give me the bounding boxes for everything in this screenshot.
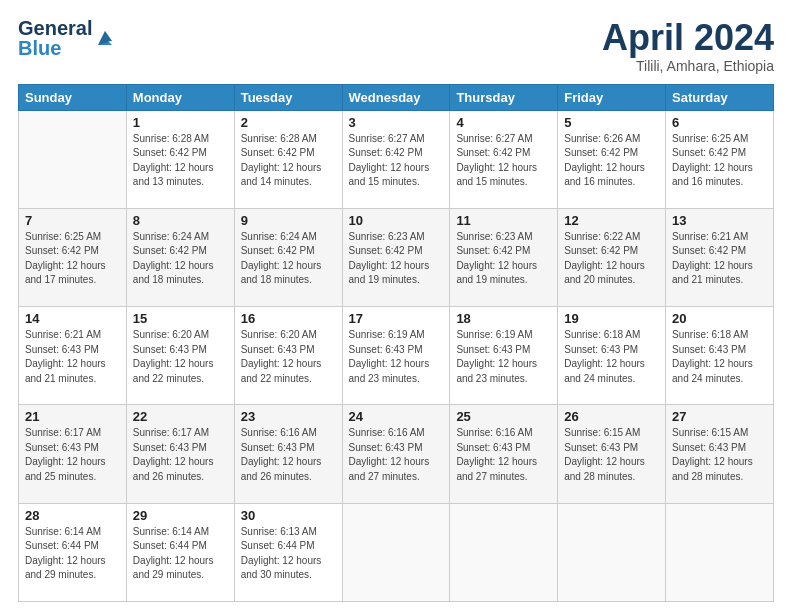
calendar-day-cell: 22Sunrise: 6:17 AM Sunset: 6:43 PM Dayli… (126, 405, 234, 503)
day-info: Sunrise: 6:24 AM Sunset: 6:42 PM Dayligh… (133, 230, 228, 288)
day-info: Sunrise: 6:19 AM Sunset: 6:43 PM Dayligh… (456, 328, 551, 386)
calendar-day-cell (666, 503, 774, 601)
title-area: April 2024 Tilili, Amhara, Ethiopia (602, 18, 774, 74)
day-number: 24 (349, 409, 444, 424)
day-info: Sunrise: 6:28 AM Sunset: 6:42 PM Dayligh… (133, 132, 228, 190)
day-number: 21 (25, 409, 120, 424)
day-number: 5 (564, 115, 659, 130)
weekday-header: Saturday (666, 84, 774, 110)
calendar-day-cell: 15Sunrise: 6:20 AM Sunset: 6:43 PM Dayli… (126, 307, 234, 405)
day-number: 2 (241, 115, 336, 130)
logo: General Blue (18, 18, 116, 58)
day-number: 3 (349, 115, 444, 130)
day-number: 22 (133, 409, 228, 424)
calendar-week-row: 14Sunrise: 6:21 AM Sunset: 6:43 PM Dayli… (19, 307, 774, 405)
day-number: 9 (241, 213, 336, 228)
day-info: Sunrise: 6:14 AM Sunset: 6:44 PM Dayligh… (25, 525, 120, 583)
day-number: 12 (564, 213, 659, 228)
calendar-day-cell: 17Sunrise: 6:19 AM Sunset: 6:43 PM Dayli… (342, 307, 450, 405)
calendar-day-cell: 10Sunrise: 6:23 AM Sunset: 6:42 PM Dayli… (342, 208, 450, 306)
day-number: 10 (349, 213, 444, 228)
calendar-day-cell: 29Sunrise: 6:14 AM Sunset: 6:44 PM Dayli… (126, 503, 234, 601)
calendar-day-cell: 12Sunrise: 6:22 AM Sunset: 6:42 PM Dayli… (558, 208, 666, 306)
calendar-table: SundayMondayTuesdayWednesdayThursdayFrid… (18, 84, 774, 602)
calendar-day-cell: 5Sunrise: 6:26 AM Sunset: 6:42 PM Daylig… (558, 110, 666, 208)
day-info: Sunrise: 6:21 AM Sunset: 6:42 PM Dayligh… (672, 230, 767, 288)
weekday-header: Tuesday (234, 84, 342, 110)
calendar-day-cell: 18Sunrise: 6:19 AM Sunset: 6:43 PM Dayli… (450, 307, 558, 405)
calendar-day-cell: 30Sunrise: 6:13 AM Sunset: 6:44 PM Dayli… (234, 503, 342, 601)
calendar-day-cell (19, 110, 127, 208)
day-number: 7 (25, 213, 120, 228)
calendar-day-cell: 2Sunrise: 6:28 AM Sunset: 6:42 PM Daylig… (234, 110, 342, 208)
weekday-header: Friday (558, 84, 666, 110)
day-number: 6 (672, 115, 767, 130)
day-info: Sunrise: 6:17 AM Sunset: 6:43 PM Dayligh… (133, 426, 228, 484)
day-info: Sunrise: 6:17 AM Sunset: 6:43 PM Dayligh… (25, 426, 120, 484)
day-number: 19 (564, 311, 659, 326)
calendar-header-row: SundayMondayTuesdayWednesdayThursdayFrid… (19, 84, 774, 110)
day-number: 4 (456, 115, 551, 130)
calendar-day-cell (450, 503, 558, 601)
day-number: 27 (672, 409, 767, 424)
calendar-day-cell: 21Sunrise: 6:17 AM Sunset: 6:43 PM Dayli… (19, 405, 127, 503)
day-info: Sunrise: 6:28 AM Sunset: 6:42 PM Dayligh… (241, 132, 336, 190)
day-info: Sunrise: 6:25 AM Sunset: 6:42 PM Dayligh… (672, 132, 767, 190)
day-number: 8 (133, 213, 228, 228)
day-info: Sunrise: 6:23 AM Sunset: 6:42 PM Dayligh… (456, 230, 551, 288)
day-number: 29 (133, 508, 228, 523)
calendar-day-cell: 13Sunrise: 6:21 AM Sunset: 6:42 PM Dayli… (666, 208, 774, 306)
day-info: Sunrise: 6:18 AM Sunset: 6:43 PM Dayligh… (672, 328, 767, 386)
month-title: April 2024 (602, 18, 774, 58)
weekday-header: Sunday (19, 84, 127, 110)
calendar-day-cell: 9Sunrise: 6:24 AM Sunset: 6:42 PM Daylig… (234, 208, 342, 306)
day-info: Sunrise: 6:27 AM Sunset: 6:42 PM Dayligh… (456, 132, 551, 190)
day-info: Sunrise: 6:23 AM Sunset: 6:42 PM Dayligh… (349, 230, 444, 288)
calendar-day-cell: 1Sunrise: 6:28 AM Sunset: 6:42 PM Daylig… (126, 110, 234, 208)
calendar-day-cell: 19Sunrise: 6:18 AM Sunset: 6:43 PM Dayli… (558, 307, 666, 405)
day-info: Sunrise: 6:21 AM Sunset: 6:43 PM Dayligh… (25, 328, 120, 386)
day-info: Sunrise: 6:16 AM Sunset: 6:43 PM Dayligh… (241, 426, 336, 484)
calendar-day-cell: 26Sunrise: 6:15 AM Sunset: 6:43 PM Dayli… (558, 405, 666, 503)
weekday-header: Monday (126, 84, 234, 110)
day-number: 18 (456, 311, 551, 326)
day-number: 13 (672, 213, 767, 228)
calendar-day-cell: 16Sunrise: 6:20 AM Sunset: 6:43 PM Dayli… (234, 307, 342, 405)
page: General Blue April 2024 Tilili, Amhara, … (0, 0, 792, 612)
day-info: Sunrise: 6:26 AM Sunset: 6:42 PM Dayligh… (564, 132, 659, 190)
day-number: 20 (672, 311, 767, 326)
day-info: Sunrise: 6:20 AM Sunset: 6:43 PM Dayligh… (241, 328, 336, 386)
calendar-day-cell: 25Sunrise: 6:16 AM Sunset: 6:43 PM Dayli… (450, 405, 558, 503)
day-info: Sunrise: 6:18 AM Sunset: 6:43 PM Dayligh… (564, 328, 659, 386)
logo-general: General (18, 18, 92, 38)
day-number: 30 (241, 508, 336, 523)
header: General Blue April 2024 Tilili, Amhara, … (18, 18, 774, 74)
day-number: 15 (133, 311, 228, 326)
calendar-day-cell: 7Sunrise: 6:25 AM Sunset: 6:42 PM Daylig… (19, 208, 127, 306)
day-info: Sunrise: 6:24 AM Sunset: 6:42 PM Dayligh… (241, 230, 336, 288)
logo-icon (94, 27, 116, 49)
day-info: Sunrise: 6:15 AM Sunset: 6:43 PM Dayligh… (672, 426, 767, 484)
day-info: Sunrise: 6:27 AM Sunset: 6:42 PM Dayligh… (349, 132, 444, 190)
calendar-day-cell: 8Sunrise: 6:24 AM Sunset: 6:42 PM Daylig… (126, 208, 234, 306)
day-number: 17 (349, 311, 444, 326)
calendar-week-row: 7Sunrise: 6:25 AM Sunset: 6:42 PM Daylig… (19, 208, 774, 306)
day-info: Sunrise: 6:14 AM Sunset: 6:44 PM Dayligh… (133, 525, 228, 583)
day-info: Sunrise: 6:25 AM Sunset: 6:42 PM Dayligh… (25, 230, 120, 288)
calendar-day-cell (558, 503, 666, 601)
calendar-day-cell: 24Sunrise: 6:16 AM Sunset: 6:43 PM Dayli… (342, 405, 450, 503)
calendar-day-cell: 4Sunrise: 6:27 AM Sunset: 6:42 PM Daylig… (450, 110, 558, 208)
calendar-day-cell: 28Sunrise: 6:14 AM Sunset: 6:44 PM Dayli… (19, 503, 127, 601)
location-subtitle: Tilili, Amhara, Ethiopia (602, 58, 774, 74)
day-number: 28 (25, 508, 120, 523)
day-number: 26 (564, 409, 659, 424)
day-info: Sunrise: 6:15 AM Sunset: 6:43 PM Dayligh… (564, 426, 659, 484)
day-number: 14 (25, 311, 120, 326)
calendar-week-row: 28Sunrise: 6:14 AM Sunset: 6:44 PM Dayli… (19, 503, 774, 601)
day-number: 23 (241, 409, 336, 424)
day-info: Sunrise: 6:13 AM Sunset: 6:44 PM Dayligh… (241, 525, 336, 583)
logo-blue: Blue (18, 38, 92, 58)
calendar-day-cell: 6Sunrise: 6:25 AM Sunset: 6:42 PM Daylig… (666, 110, 774, 208)
calendar-week-row: 1Sunrise: 6:28 AM Sunset: 6:42 PM Daylig… (19, 110, 774, 208)
day-number: 16 (241, 311, 336, 326)
